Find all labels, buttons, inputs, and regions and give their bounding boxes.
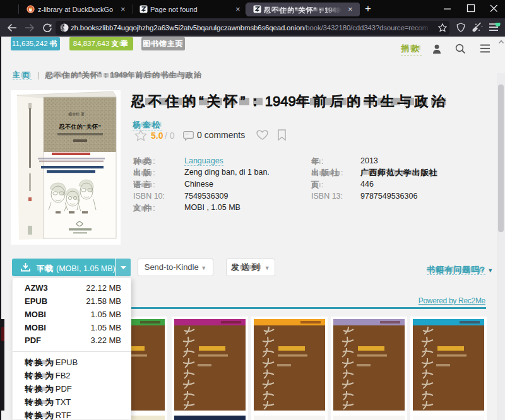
svg-text:杨奎松 著: 杨奎松 著 — [68, 112, 85, 117]
svg-text:忍不住的“关怀”: 忍不住的“关怀” — [59, 124, 102, 130]
